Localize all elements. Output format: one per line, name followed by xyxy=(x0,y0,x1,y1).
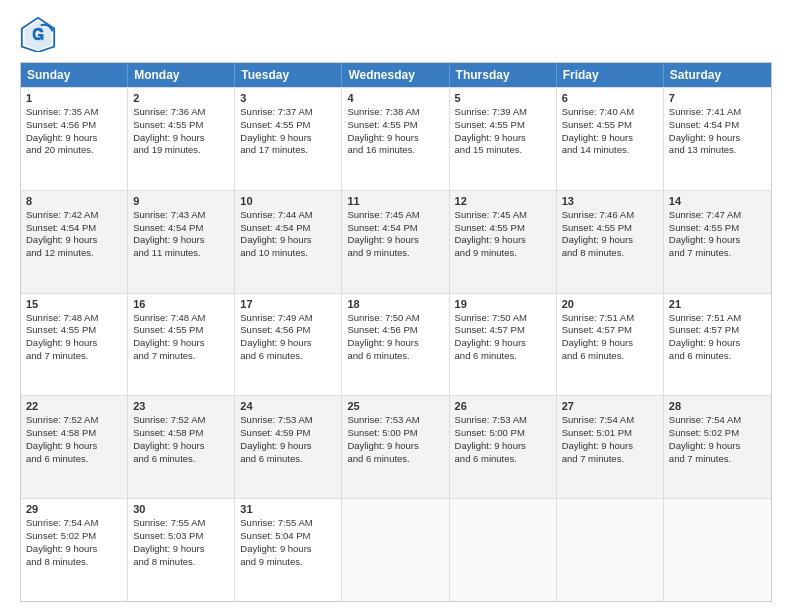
cell-line: Sunrise: 7:54 AM xyxy=(669,414,766,427)
cell-line: Daylight: 9 hours xyxy=(669,440,766,453)
cell-line: Sunrise: 7:55 AM xyxy=(240,517,336,530)
cell-line: Sunrise: 7:42 AM xyxy=(26,209,122,222)
cell-line: Daylight: 9 hours xyxy=(240,337,336,350)
cell-line: and 9 minutes. xyxy=(240,556,336,569)
cell-line: Sunrise: 7:52 AM xyxy=(133,414,229,427)
cell-line: and 7 minutes. xyxy=(133,350,229,363)
cell-line: and 8 minutes. xyxy=(133,556,229,569)
cell-line: and 9 minutes. xyxy=(455,247,551,260)
logo xyxy=(20,16,60,52)
cell-line: Sunrise: 7:46 AM xyxy=(562,209,658,222)
calendar-cell: 4Sunrise: 7:38 AMSunset: 4:55 PMDaylight… xyxy=(342,88,449,190)
calendar-cell: 6Sunrise: 7:40 AMSunset: 4:55 PMDaylight… xyxy=(557,88,664,190)
cell-line: and 6 minutes. xyxy=(562,350,658,363)
cell-line: and 7 minutes. xyxy=(26,350,122,363)
calendar-row: 15Sunrise: 7:48 AMSunset: 4:55 PMDayligh… xyxy=(21,293,771,396)
calendar-cell: 30Sunrise: 7:55 AMSunset: 5:03 PMDayligh… xyxy=(128,499,235,601)
cell-line: Sunset: 4:55 PM xyxy=(133,324,229,337)
cell-line: Sunrise: 7:51 AM xyxy=(669,312,766,325)
cell-line: and 6 minutes. xyxy=(455,453,551,466)
cal-header-day: Sunday xyxy=(21,63,128,87)
cell-line: Sunset: 5:02 PM xyxy=(26,530,122,543)
cell-line: Sunset: 4:57 PM xyxy=(562,324,658,337)
cal-header-day: Saturday xyxy=(664,63,771,87)
calendar-cell: 17Sunrise: 7:49 AMSunset: 4:56 PMDayligh… xyxy=(235,294,342,396)
cell-line: Sunset: 4:54 PM xyxy=(347,222,443,235)
day-number: 22 xyxy=(26,400,122,412)
cell-line: Sunset: 5:04 PM xyxy=(240,530,336,543)
cell-line: Sunrise: 7:35 AM xyxy=(26,106,122,119)
cell-line: Sunrise: 7:45 AM xyxy=(455,209,551,222)
calendar-cell xyxy=(664,499,771,601)
cell-line: Daylight: 9 hours xyxy=(562,337,658,350)
day-number: 18 xyxy=(347,298,443,310)
cell-line: Sunrise: 7:43 AM xyxy=(133,209,229,222)
cell-line: Sunset: 4:55 PM xyxy=(455,119,551,132)
cell-line: Sunrise: 7:47 AM xyxy=(669,209,766,222)
day-number: 11 xyxy=(347,195,443,207)
cell-line: and 6 minutes. xyxy=(133,453,229,466)
cell-line: Sunrise: 7:41 AM xyxy=(669,106,766,119)
cell-line: Sunrise: 7:52 AM xyxy=(26,414,122,427)
cell-line: Sunset: 4:54 PM xyxy=(669,119,766,132)
cell-line: and 7 minutes. xyxy=(669,247,766,260)
cell-line: Sunset: 4:55 PM xyxy=(562,119,658,132)
cell-line: Sunset: 4:57 PM xyxy=(669,324,766,337)
cell-line: and 9 minutes. xyxy=(347,247,443,260)
day-number: 12 xyxy=(455,195,551,207)
calendar-cell xyxy=(342,499,449,601)
cal-header-day: Tuesday xyxy=(235,63,342,87)
day-number: 27 xyxy=(562,400,658,412)
cell-line: Daylight: 9 hours xyxy=(240,440,336,453)
cell-line: Sunset: 4:55 PM xyxy=(240,119,336,132)
cell-line: and 11 minutes. xyxy=(133,247,229,260)
cell-line: Sunrise: 7:40 AM xyxy=(562,106,658,119)
cell-line: and 17 minutes. xyxy=(240,144,336,157)
day-number: 17 xyxy=(240,298,336,310)
header xyxy=(20,16,772,52)
cell-line: Daylight: 9 hours xyxy=(562,132,658,145)
day-number: 19 xyxy=(455,298,551,310)
cell-line: Daylight: 9 hours xyxy=(133,132,229,145)
cell-line: Sunset: 4:58 PM xyxy=(26,427,122,440)
cell-line: Daylight: 9 hours xyxy=(455,337,551,350)
calendar-cell: 1Sunrise: 7:35 AMSunset: 4:56 PMDaylight… xyxy=(21,88,128,190)
cell-line: and 6 minutes. xyxy=(669,350,766,363)
cell-line: Daylight: 9 hours xyxy=(669,234,766,247)
calendar-cell: 18Sunrise: 7:50 AMSunset: 4:56 PMDayligh… xyxy=(342,294,449,396)
day-number: 6 xyxy=(562,92,658,104)
calendar-cell: 24Sunrise: 7:53 AMSunset: 4:59 PMDayligh… xyxy=(235,396,342,498)
day-number: 14 xyxy=(669,195,766,207)
cell-line: Sunset: 4:55 PM xyxy=(669,222,766,235)
calendar-row: 22Sunrise: 7:52 AMSunset: 4:58 PMDayligh… xyxy=(21,395,771,498)
cell-line: Daylight: 9 hours xyxy=(240,234,336,247)
cell-line: Sunrise: 7:38 AM xyxy=(347,106,443,119)
cell-line: Sunset: 5:03 PM xyxy=(133,530,229,543)
calendar-cell: 11Sunrise: 7:45 AMSunset: 4:54 PMDayligh… xyxy=(342,191,449,293)
calendar-cell: 29Sunrise: 7:54 AMSunset: 5:02 PMDayligh… xyxy=(21,499,128,601)
day-number: 29 xyxy=(26,503,122,515)
cell-line: Sunrise: 7:37 AM xyxy=(240,106,336,119)
cell-line: Sunset: 4:56 PM xyxy=(26,119,122,132)
day-number: 2 xyxy=(133,92,229,104)
cell-line: and 8 minutes. xyxy=(26,556,122,569)
cell-line: Sunset: 4:55 PM xyxy=(562,222,658,235)
cell-line: Sunrise: 7:45 AM xyxy=(347,209,443,222)
cell-line: and 19 minutes. xyxy=(133,144,229,157)
cell-line: Daylight: 9 hours xyxy=(26,543,122,556)
cell-line: and 12 minutes. xyxy=(26,247,122,260)
calendar-row: 8Sunrise: 7:42 AMSunset: 4:54 PMDaylight… xyxy=(21,190,771,293)
cell-line: Daylight: 9 hours xyxy=(455,234,551,247)
cell-line: Sunrise: 7:48 AM xyxy=(26,312,122,325)
cal-header-day: Thursday xyxy=(450,63,557,87)
calendar-cell: 27Sunrise: 7:54 AMSunset: 5:01 PMDayligh… xyxy=(557,396,664,498)
calendar-cell: 22Sunrise: 7:52 AMSunset: 4:58 PMDayligh… xyxy=(21,396,128,498)
day-number: 13 xyxy=(562,195,658,207)
day-number: 26 xyxy=(455,400,551,412)
calendar-header: SundayMondayTuesdayWednesdayThursdayFrid… xyxy=(21,63,771,87)
cell-line: Sunrise: 7:50 AM xyxy=(347,312,443,325)
cell-line: Sunset: 4:58 PM xyxy=(133,427,229,440)
day-number: 9 xyxy=(133,195,229,207)
cell-line: Sunset: 4:55 PM xyxy=(26,324,122,337)
calendar-cell: 20Sunrise: 7:51 AMSunset: 4:57 PMDayligh… xyxy=(557,294,664,396)
